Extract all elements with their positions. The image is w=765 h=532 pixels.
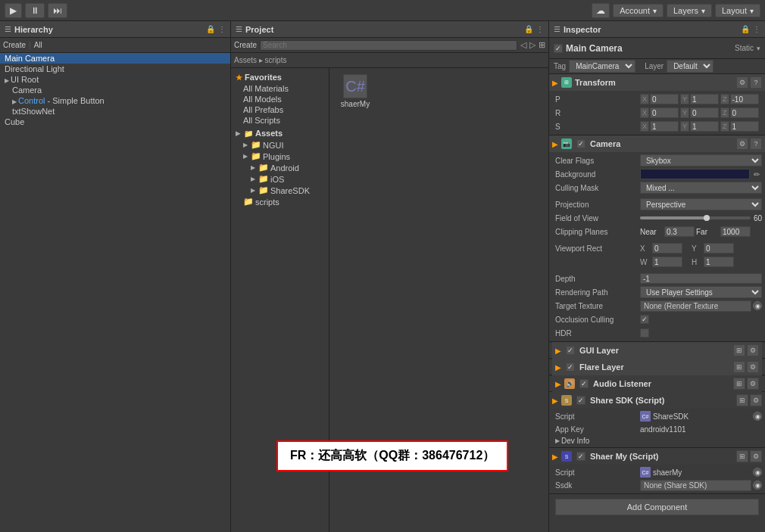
audio-listener-checkbox[interactable]: ✓ (579, 379, 589, 388)
asset-plugins[interactable]: ▶📁Plugins (231, 151, 329, 162)
audio-listener-ref-icon[interactable]: ⊞ (733, 378, 745, 390)
transform-px-input[interactable] (650, 94, 679, 104)
dev-info-triangle[interactable]: ▶ (555, 437, 560, 444)
pause-button[interactable]: ⏸ (25, 3, 45, 18)
static-dropdown-icon[interactable]: ▾ (757, 45, 760, 52)
hierarchy-item-control[interactable]: ▶Control - Simple Button (0, 95, 230, 106)
transform-pz-input[interactable] (730, 94, 759, 104)
transform-rz-input[interactable] (730, 107, 759, 118)
account-dropdown[interactable]: Account (613, 4, 664, 17)
gui-layer-ref-icon[interactable]: ⊞ (733, 344, 745, 356)
transform-header[interactable]: ▶ ⊞ Transform ⚙ ? (549, 74, 765, 91)
layer-dropdown[interactable]: Default (667, 60, 713, 73)
fav-item-all-scripts[interactable]: All Scripts (231, 115, 329, 126)
camera-header[interactable]: ▶ 📷 ✓ Camera ⚙ ? (549, 135, 765, 152)
asset-ios[interactable]: ▶📁iOS (231, 173, 329, 185)
transform-help-icon[interactable]: ? (750, 76, 762, 89)
vp-y-input[interactable] (704, 243, 734, 254)
project-menu-icon[interactable]: ⋮ (536, 25, 544, 33)
target-texture-circle-btn[interactable]: ◉ (753, 301, 762, 310)
hierarchy-item-camera[interactable]: Camera (0, 85, 230, 95)
project-icon3[interactable]: ⊞ (539, 40, 545, 50)
project-search-input[interactable] (260, 40, 517, 51)
sdk-enabled-checkbox[interactable]: ✓ (576, 396, 585, 405)
occlusion-checkbox[interactable]: ✓ (640, 315, 649, 324)
project-create-btn[interactable]: Create (234, 41, 257, 49)
depth-input[interactable] (640, 273, 762, 284)
layers-dropdown[interactable]: Layers (667, 4, 712, 17)
add-component-button[interactable]: Add Component (555, 499, 759, 515)
camera-help-icon[interactable]: ? (750, 138, 762, 150)
transform-ry-input[interactable] (690, 107, 719, 118)
hierarchy-item-cube[interactable]: Cube (0, 117, 230, 127)
flare-layer-ref-icon[interactable]: ⊞ (733, 361, 745, 373)
file-item-shaermy[interactable]: C# shaerMy (333, 71, 378, 111)
gui-layer-checkbox[interactable]: ✓ (566, 346, 575, 355)
audio-listener-gear-icon[interactable]: ⚙ (747, 378, 759, 390)
inspector-menu-icon[interactable]: ⋮ (753, 25, 760, 33)
sdk-script-circle[interactable]: ◉ (753, 412, 762, 421)
shaer-gear-icon[interactable]: ⚙ (750, 450, 762, 462)
near-input[interactable] (664, 226, 695, 237)
project-icon2[interactable]: ▷ (529, 40, 536, 50)
hierarchy-item-main-camera[interactable]: Main Camera (0, 53, 230, 64)
flare-layer-header[interactable]: ▶ ✓ Flare Layer ⊞ ⚙ (552, 359, 762, 375)
asset-android[interactable]: ▶📁Android (231, 162, 329, 173)
shaer-ref-icon[interactable]: ⊞ (736, 450, 748, 462)
fav-item-all-prefabs[interactable]: All Prefabs (231, 104, 329, 115)
hierarchy-menu-icon[interactable]: ⋮ (218, 25, 226, 33)
hdr-checkbox[interactable] (640, 328, 649, 338)
object-enabled-checkbox[interactable]: ✓ (554, 44, 563, 53)
rendering-path-select[interactable]: Use Player Settings (640, 286, 762, 298)
hierarchy-item-txtshownet[interactable]: txtShowNet (0, 106, 230, 117)
asset-scripts[interactable]: 📁scripts (231, 196, 329, 207)
sdk-gear-icon[interactable]: ⚙ (750, 394, 762, 406)
layout-dropdown[interactable]: Layout (715, 4, 760, 17)
hierarchy-create-btn[interactable]: Create (3, 41, 26, 49)
tag-dropdown[interactable]: MainCamera (569, 60, 635, 73)
hierarchy-all-btn[interactable]: All (34, 41, 42, 49)
flare-layer-checkbox[interactable]: ✓ (566, 362, 575, 372)
hierarchy-lock-icon[interactable]: 🔒 (206, 25, 215, 33)
cloud-icon[interactable]: ☁ (592, 3, 610, 18)
transform-rx-input[interactable] (650, 107, 679, 118)
share-sdk-header[interactable]: ▶ S ✓ Share SDK (Script) ⊞ ⚙ (549, 392, 765, 409)
sdk-ref-icon[interactable]: ⊞ (736, 394, 748, 406)
transform-sx-input[interactable] (650, 121, 679, 132)
transform-sz-input[interactable] (730, 121, 759, 132)
far-input[interactable] (720, 226, 751, 237)
background-color[interactable] (640, 169, 750, 179)
vp-w-input[interactable] (652, 257, 682, 267)
projection-select[interactable]: Perspective (640, 198, 762, 210)
project-icon1[interactable]: ◁ (520, 40, 526, 50)
gui-layer-gear-icon[interactable]: ⚙ (747, 344, 759, 356)
shaer-script-circle[interactable]: ◉ (753, 468, 762, 477)
ssdk-circle-btn[interactable]: ◉ (753, 481, 762, 490)
asset-sharesdk[interactable]: ▶📁ShareSDK (231, 185, 329, 196)
transform-py-input[interactable] (690, 94, 719, 104)
pen-icon[interactable]: ✏ (751, 169, 762, 179)
culling-mask-select[interactable]: Mixed ... (640, 182, 762, 194)
fov-slider[interactable] (640, 216, 751, 219)
step-button[interactable]: ⏭ (48, 3, 67, 18)
shaer-my-header[interactable]: ▶ S ✓ Shaer My (Script) ⊞ ⚙ (549, 448, 765, 465)
hierarchy-item-directional-light[interactable]: Directional Light (0, 64, 230, 74)
fav-item-all-models[interactable]: All Models (231, 94, 329, 104)
flare-layer-gear-icon[interactable]: ⚙ (747, 361, 759, 373)
fav-item-all-materials[interactable]: All Materials (231, 83, 329, 94)
transform-sy-input[interactable] (690, 121, 719, 132)
project-lock-icon[interactable]: 🔒 (524, 25, 533, 33)
vp-h-input[interactable] (704, 257, 734, 267)
clear-flags-select[interactable]: Skybox (640, 154, 762, 166)
transform-settings-icon[interactable]: ⚙ (736, 76, 748, 89)
camera-enabled-checkbox[interactable]: ✓ (576, 139, 585, 148)
gui-layer-header[interactable]: ▶ ✓ GUI Layer ⊞ ⚙ (552, 342, 762, 359)
vp-x-input[interactable] (652, 243, 682, 254)
hierarchy-item-ui-root[interactable]: ▶UI Root (0, 74, 230, 85)
asset-ngui[interactable]: ▶📁NGUI (231, 139, 329, 151)
camera-settings-icon[interactable]: ⚙ (736, 138, 748, 150)
play-button[interactable]: ▶ (5, 3, 22, 18)
inspector-lock-icon[interactable]: 🔒 (741, 25, 750, 33)
audio-listener-header[interactable]: ▶ 🔊 ✓ Audio Listener ⊞ ⚙ (552, 375, 762, 392)
shaer-enabled-checkbox[interactable]: ✓ (576, 452, 585, 461)
